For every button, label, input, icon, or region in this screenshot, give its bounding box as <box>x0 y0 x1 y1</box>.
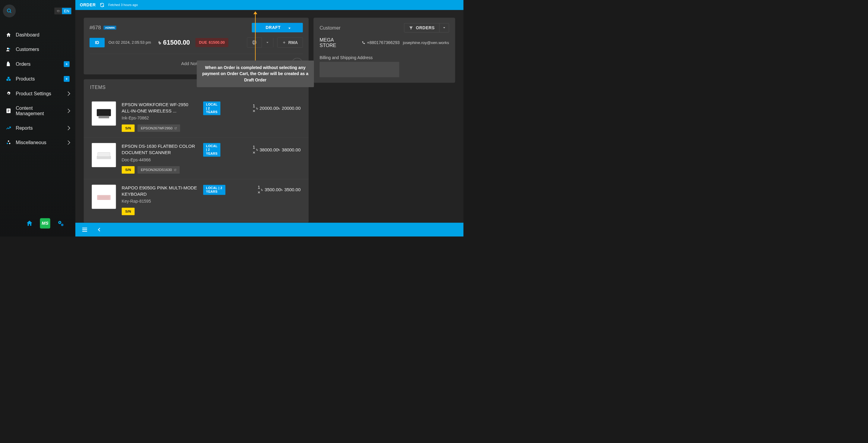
serial-chip[interactable]: EPSON262DS1630 <box>137 166 179 174</box>
item-sku: Doc-Eps-44966 <box>122 157 197 163</box>
customer-orders-dropdown[interactable] <box>439 23 449 32</box>
customer-orders-button[interactable]: ORDERS <box>404 23 439 32</box>
filter-icon <box>409 26 413 30</box>
tooltip-arrow <box>255 14 256 61</box>
item-total: ৳ 20000.00 <box>278 106 301 111</box>
print-button[interactable] <box>247 37 262 47</box>
chevron-right-icon <box>66 125 69 130</box>
status-dropdown[interactable]: DRAFT <box>252 23 303 33</box>
back-button[interactable] <box>97 227 102 232</box>
menu-button[interactable] <box>82 227 88 233</box>
item-thumbnail <box>92 184 116 209</box>
sidebar-item-customers[interactable]: Customers <box>0 42 75 57</box>
sidebar-item-label: Dashboard <box>16 32 39 38</box>
due-badge: DUE 61500.00 <box>195 38 228 47</box>
sn-button[interactable]: S/N <box>122 124 135 132</box>
sidebar-item-reports[interactable]: Reports <box>0 121 75 135</box>
boxes-icon <box>6 76 11 82</box>
svg-point-4 <box>8 64 8 64</box>
item-total: ৳ 38000.00 <box>278 147 301 153</box>
sn-button[interactable]: S/N <box>122 166 135 174</box>
sidebar-item-label: Customers <box>16 47 39 52</box>
search-icon <box>7 8 12 13</box>
item-name: EPSON WORKFORCE WF-2950 ALL-IN-ONE WIREL… <box>122 101 197 114</box>
item-row: EPSON WORKFORCE WF-2950 ALL-IN-ONE WIREL… <box>84 93 308 138</box>
plus-icon <box>65 77 68 81</box>
chevron-down-icon <box>288 25 290 30</box>
chevron-left-icon <box>97 227 102 232</box>
order-total: ৳ 61500.00 <box>159 39 190 47</box>
lang-en[interactable]: EN <box>62 8 71 14</box>
status-label: DRAFT <box>266 25 281 30</box>
svg-point-19 <box>8 141 9 142</box>
sidebar-item-dashboard[interactable]: Dashboard <box>0 28 75 42</box>
misc-icon <box>6 140 11 145</box>
users-icon <box>6 47 11 52</box>
sidebar-item-content-management[interactable]: Content Management <box>0 101 75 121</box>
search-button[interactable] <box>3 4 16 18</box>
sidebar-item-product-settings[interactable]: Product Settings <box>0 86 75 101</box>
doc-icon <box>6 108 11 113</box>
add-order-button[interactable] <box>64 61 69 67</box>
external-link-icon <box>174 127 177 130</box>
item-total: ৳ 3500.00 <box>281 187 301 193</box>
id-badge[interactable]: ID <box>90 38 104 47</box>
settings-footer-icon[interactable] <box>57 219 64 227</box>
item-qty: 1 × ৳ 3500.00 <box>258 184 281 195</box>
sn-button[interactable]: S/N <box>122 208 135 215</box>
caret-down-icon <box>443 27 445 28</box>
sidebar: বাং EN Dashboard Customers Orders <box>0 0 75 236</box>
customer-name: MEGA STORE <box>319 37 346 48</box>
svg-point-0 <box>7 9 10 12</box>
order-id: #678 <box>90 25 101 31</box>
svg-point-2 <box>7 48 9 50</box>
warranty-badge: LOCAL | 2 YEARS <box>203 185 225 195</box>
store-badge[interactable]: MS <box>40 218 50 229</box>
svg-rect-37 <box>98 153 110 157</box>
customer-card: Customer ORDERS MEGA STORE <box>314 18 455 83</box>
sidebar-item-miscellaneous[interactable]: Miscellaneous <box>0 136 75 150</box>
svg-point-24 <box>59 222 60 223</box>
serial-chip[interactable]: EPSON267WF2950 <box>137 124 180 132</box>
plus-icon <box>65 62 68 66</box>
item-name: RAPOO E9050G PINK MULTI-MODE KEYBOARD <box>122 184 197 197</box>
language-toggle[interactable]: বাং EN <box>55 7 71 14</box>
svg-rect-34 <box>99 116 109 118</box>
refresh-icon[interactable] <box>99 3 104 7</box>
external-link-icon <box>174 169 176 171</box>
rma-button[interactable]: RMA <box>277 37 303 47</box>
tooltip: When an Order is completed without selec… <box>196 61 314 87</box>
menu-icon <box>82 227 88 233</box>
sidebar-item-label: Products <box>16 76 35 82</box>
chevron-right-icon <box>66 108 69 113</box>
phone-icon <box>362 41 365 45</box>
address-title: Billing and Shipping Address <box>319 55 449 60</box>
add-product-button[interactable] <box>64 76 69 82</box>
gear-icon <box>6 91 11 96</box>
item-qty: 1 × ৳ 38000.00 <box>253 145 279 155</box>
lang-bn[interactable]: বাং <box>55 8 62 14</box>
item-row: RAPOO E9050G PINK MULTI-MODE KEYBOARD Ke… <box>84 179 308 221</box>
item-thumbnail <box>92 143 116 167</box>
sidebar-item-orders[interactable]: Orders <box>0 57 75 71</box>
topbar: ORDER Fetched 3 hours ago <box>75 0 464 10</box>
svg-point-21 <box>9 143 10 144</box>
item-name: EPSON DS-1630 FLATBED COLOR DOCUMENT SCA… <box>122 143 197 156</box>
svg-point-14 <box>8 93 9 94</box>
address-box[interactable] <box>319 62 399 77</box>
customer-email: josephine.roy@xen.works <box>403 40 449 45</box>
home-footer-icon[interactable] <box>26 219 33 227</box>
print-dropdown[interactable] <box>262 37 273 47</box>
svg-rect-33 <box>97 109 111 116</box>
sidebar-item-products[interactable]: Products <box>0 71 75 86</box>
item-qty: 1 × ৳ 20000.00 <box>253 103 279 113</box>
svg-point-20 <box>7 143 8 144</box>
warranty-badge: LOCAL | 2 YEARS <box>203 143 220 156</box>
item-sku: Key-Rap-81595 <box>122 199 197 204</box>
warranty-badge: LOCAL | 2 YEARS <box>203 101 220 115</box>
page-title: ORDER <box>80 2 96 7</box>
svg-rect-9 <box>9 79 10 81</box>
svg-rect-8 <box>6 79 8 81</box>
items-card: ITEMS EPSON WORKFORCE WF-2950 ALL-IN-ONE… <box>84 79 308 223</box>
caret-down-icon <box>267 42 268 43</box>
